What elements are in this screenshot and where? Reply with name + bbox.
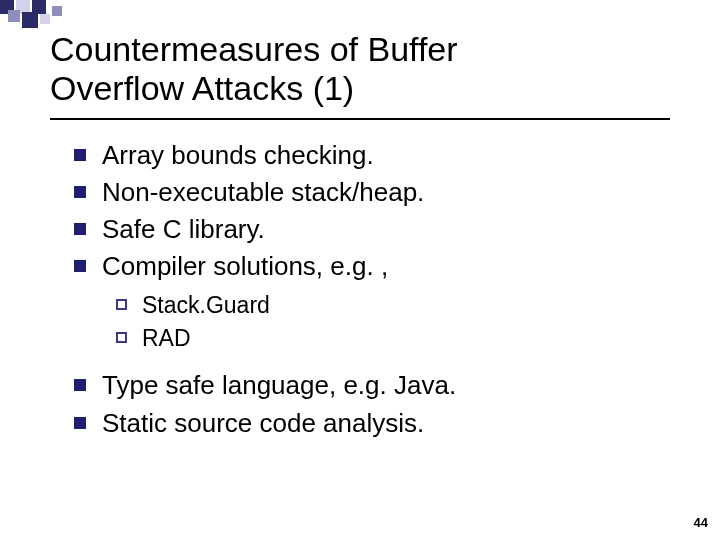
bullet-text: Type safe language, e.g. Java. <box>102 370 456 400</box>
bullet-text: Array bounds checking. <box>102 140 374 170</box>
title-line-2: Overflow Attacks (1) <box>50 69 354 107</box>
title-line-1: Countermeasures of Buffer <box>50 30 458 68</box>
slide-title: Countermeasures of Buffer Overflow Attac… <box>50 30 458 108</box>
bullet-item: Array bounds checking. <box>60 138 680 173</box>
bullet-list: Type safe language, e.g. Java. Static so… <box>60 368 680 440</box>
bullet-item: Non-executable stack/heap. <box>60 175 680 210</box>
spacer <box>60 360 680 368</box>
deco-square <box>22 12 38 28</box>
bullet-item: Static source code analysis. <box>60 406 680 441</box>
bullet-text: Static source code analysis. <box>102 408 424 438</box>
title-underline <box>50 118 670 120</box>
slide-body: Array bounds checking. Non-executable st… <box>60 138 680 443</box>
sub-bullet-text: RAD <box>142 325 191 351</box>
bullet-text: Compiler solutions, e.g. , <box>102 251 388 281</box>
deco-square <box>8 10 20 22</box>
bullet-text: Safe C library. <box>102 214 265 244</box>
sub-bullet-item: RAD <box>102 323 680 354</box>
bullet-item: Safe C library. <box>60 212 680 247</box>
deco-square <box>52 6 62 16</box>
page-number: 44 <box>694 515 708 530</box>
bullet-item: Type safe language, e.g. Java. <box>60 368 680 403</box>
slide: Countermeasures of Buffer Overflow Attac… <box>0 0 720 540</box>
bullet-item: Compiler solutions, e.g. , Stack.Guard R… <box>60 249 680 354</box>
sub-bullet-item: Stack.Guard <box>102 290 680 321</box>
bullet-text: Non-executable stack/heap. <box>102 177 424 207</box>
deco-square <box>40 14 50 24</box>
sub-bullet-list: Stack.Guard RAD <box>102 290 680 354</box>
sub-bullet-text: Stack.Guard <box>142 292 270 318</box>
bullet-list: Array bounds checking. Non-executable st… <box>60 138 680 354</box>
